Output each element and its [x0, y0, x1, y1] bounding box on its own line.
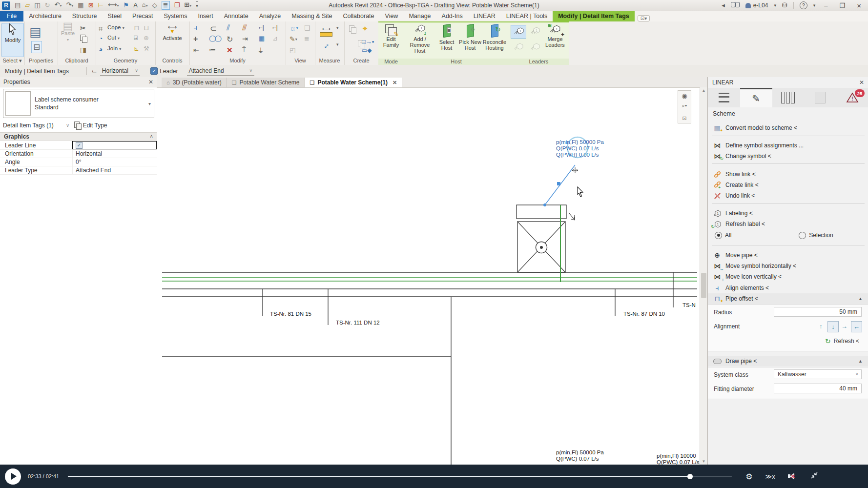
app-store-icon[interactable]: ⛁ — [782, 1, 787, 9]
change-symbol-item[interactable]: ⋈↻ Change symbol < — [708, 151, 868, 162]
playback-speed-icon[interactable]: ≫x — [765, 473, 775, 480]
create-similar-icon[interactable]: ⌖ — [363, 24, 368, 34]
restore-button[interactable]: ❐ — [837, 2, 848, 9]
account-dropdown-icon[interactable]: ▾ — [774, 1, 776, 9]
labeling-item[interactable]: 1 Labeling < — [708, 208, 868, 219]
type-properties-icon[interactable]: ⊟ — [31, 41, 42, 53]
linear-tab-edit[interactable]: ✎ — [740, 88, 772, 107]
linear-tab-library[interactable] — [772, 88, 805, 107]
measure-ruler-icon[interactable]: ⟷ — [320, 25, 332, 37]
join-geometry-button[interactable]: Join ▾ — [107, 45, 121, 51]
radio-selection[interactable]: Selection — [799, 232, 833, 239]
leader-checkbox[interactable]: ✓ — [150, 67, 158, 75]
define-symbol-assignments-item[interactable]: ⋈ Define symbol assignments ... — [708, 140, 868, 151]
ribbon-tab-massing-site[interactable]: Massing & Site — [286, 11, 337, 21]
panel-label-controls[interactable]: Controls — [155, 58, 189, 64]
collapse-search-icon[interactable]: ◂ — [722, 1, 725, 9]
pan-tool-icon[interactable]: ⊡ — [682, 115, 686, 122]
move-tool-icon[interactable]: + — [193, 35, 198, 43]
sync-icon[interactable]: ↻ — [45, 1, 50, 9]
trim-single-icon[interactable]: ⌐| — [272, 23, 278, 31]
mirror-axis-icon[interactable]: ⫽ — [227, 23, 230, 32]
wall-joins-icon[interactable]: ⊾ — [134, 45, 139, 52]
panel-label-measure[interactable]: Measure — [315, 58, 344, 64]
align-tool-icon[interactable]: ⫞ — [193, 23, 197, 32]
scroll-down-icon[interactable]: ▼ — [700, 459, 707, 464]
align-left-button[interactable]: ← — [851, 321, 862, 332]
trim-corner-icon[interactable]: ⌐| — [259, 23, 264, 31]
vertical-scrollbar[interactable]: ▲ ▼ — [700, 87, 707, 465]
account-menu[interactable]: e-L04 — [745, 2, 768, 9]
type-selector[interactable]: Label scheme consumer Standard ▾ — [3, 89, 154, 118]
add-leader-icon[interactable]: 1 — [511, 25, 526, 39]
search-icon[interactable] — [731, 2, 740, 9]
switch-windows-icon[interactable]: ⊞▾ — [184, 1, 191, 10]
panel-label-create[interactable]: Create — [344, 58, 378, 64]
graphics-section-header[interactable]: Graphics˄ — [0, 132, 157, 141]
align-right-button[interactable]: → — [839, 321, 849, 331]
match-type-icon[interactable]: ◨ — [80, 46, 86, 54]
save-icon[interactable]: ◫ — [34, 1, 40, 9]
selection-filter-dropdown-icon[interactable]: ˅ — [66, 123, 69, 128]
cope-button[interactable]: Cope ▾ — [107, 24, 124, 30]
draw-pipe-item[interactable]: Draw pipe < ▲ — [708, 356, 868, 366]
close-button[interactable]: × — [854, 1, 864, 10]
merge-leaders-button[interactable]: 1 + ⊞ Merge Leaders — [543, 24, 567, 56]
edit-family-button[interactable]: ✎ Edit Family — [380, 24, 402, 56]
selected-tag-text[interactable]: p(min,Fl) 50000 Pa Q(PWC) 0.07 L/s Q(PWH… — [556, 139, 604, 158]
mute-icon[interactable]: × — [788, 472, 798, 480]
create-link-item[interactable]: + Create link < — [708, 180, 868, 190]
pin-tool-icon[interactable]: ⍑ — [242, 46, 246, 54]
modify-button[interactable]: Modify — [1, 23, 24, 57]
legend-component-icon[interactable]: ▭◆ — [362, 47, 372, 54]
unpin-tool-icon[interactable]: ⍊ — [259, 46, 263, 54]
aligned-dimension-icon[interactable]: ⟷▾ — [108, 1, 119, 10]
open-icon[interactable]: ▱ — [25, 1, 30, 9]
beam-join-icon[interactable]: ⊔ — [144, 24, 149, 32]
split-element-icon[interactable]: ≔ — [209, 46, 216, 54]
measure-dropdown-icon[interactable]: ▾ — [336, 25, 339, 30]
refresh-label-item[interactable]: 1 ↻ Refresh label < — [708, 219, 868, 229]
ribbon-tab-modify-detail-item-tags[interactable]: Modify | Detail Item Tags — [553, 11, 635, 21]
ribbon-tab-add-ins[interactable]: Add-Ins — [436, 11, 468, 21]
unjoin-icon[interactable]: ⚒ — [144, 45, 149, 52]
panel-label-geometry[interactable]: Geometry — [96, 58, 155, 64]
ribbon-tab-manage[interactable]: Manage — [403, 11, 436, 21]
activate-button[interactable]: ⟷ ▼ Activate — [159, 24, 186, 56]
pipe-trim-icon[interactable]: ⇥ — [242, 35, 248, 42]
undo-icon[interactable]: ↶▾ — [55, 1, 62, 10]
customize-qat-icon[interactable]: ▾ — [196, 1, 198, 10]
settings-gear-icon[interactable]: ⚙ — [745, 472, 752, 481]
linear-tab-calculation[interactable] — [804, 88, 836, 107]
ribbon-tab-steel[interactable]: Steel — [103, 11, 127, 21]
insulation-icon[interactable]: □→▪ — [362, 38, 374, 45]
thin-lines-icon[interactable]: ≣ — [162, 1, 170, 10]
ribbon-tab-collaborate[interactable]: Collaborate — [338, 11, 380, 21]
navigation-wheel-icon[interactable]: ◉ — [682, 92, 687, 100]
leader-type-dropdown[interactable]: Attached End˅ — [187, 67, 254, 76]
scroll-up-icon[interactable]: ▲ — [700, 88, 707, 93]
orientation-value[interactable]: Horizontal — [72, 149, 157, 158]
mirror-draw-icon[interactable]: ⫻ — [242, 23, 247, 32]
help-dropdown-icon[interactable]: ▾ — [813, 1, 816, 9]
ribbon-tab-file[interactable]: File — [0, 11, 23, 21]
align-bottom-button[interactable]: ↓ — [827, 321, 839, 332]
diagonal-measure-dropdown-icon[interactable]: ▾ — [336, 42, 339, 47]
move-symbol-horizontally-item[interactable]: ⋈↔ Move symbol horizontally < — [708, 261, 868, 271]
properties-icon[interactable]: ▤ — [15, 1, 21, 9]
selection-filter[interactable]: Detail Item Tags (1) — [3, 122, 54, 129]
leader-line-checkbox[interactable]: ✓ — [76, 142, 83, 149]
undo-link-item[interactable]: Undo link < — [708, 190, 868, 201]
draw-pipe-collapse-icon[interactable]: ▲ — [858, 359, 863, 364]
radio-all[interactable]: All — [715, 232, 731, 239]
panel-label-host[interactable]: Host — [404, 59, 509, 65]
ribbon-tab-architecture[interactable]: Architecture — [23, 11, 67, 21]
pipe-offset-collapse-icon[interactable]: ▲ — [858, 296, 863, 301]
transfer-standards-icon[interactable]: ⊠ — [88, 1, 94, 9]
zoom-tool-icon[interactable]: ⌕▾ — [682, 102, 687, 109]
redo-icon[interactable]: ↷▾ — [66, 1, 73, 10]
add-remove-host-button[interactable]: 1 ± Add / Remove Host — [405, 24, 435, 56]
scrollbar-thumb[interactable] — [701, 273, 706, 298]
panel-label-clipboard[interactable]: Clipboard — [58, 58, 96, 64]
minimize-button[interactable]: – — [821, 2, 830, 9]
